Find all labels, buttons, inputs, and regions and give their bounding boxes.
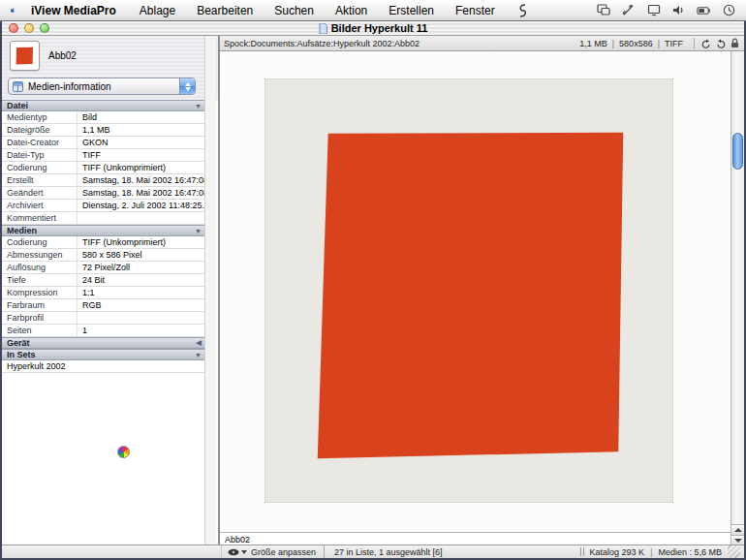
info-row-kommentiert: Kommentiert xyxy=(2,212,206,225)
menu-suchen[interactable]: Suchen xyxy=(264,0,325,21)
info-row-medientyp: MedientypBild xyxy=(2,111,206,124)
image-viewer[interactable] xyxy=(220,51,730,532)
disclosure-down-icon: ▼ xyxy=(195,352,202,358)
info-row-codierung: CodierungTIFF (Unkomprimiert) xyxy=(2,162,206,174)
info-row-farbprofil: Farbprofil xyxy=(2,312,206,325)
section-header-geraet[interactable]: Gerät ◀ xyxy=(2,337,206,349)
info-panel-icon xyxy=(13,81,23,92)
script-menu[interactable] xyxy=(506,0,539,21)
scroll-up-button[interactable] xyxy=(731,524,744,535)
info-row-dateigroesse: Dateigröße1,1 MB xyxy=(2,124,206,137)
file-size: 1,1 MB xyxy=(579,39,607,48)
status-bar-left-pad xyxy=(2,545,222,558)
disclosure-down-icon: ▼ xyxy=(195,103,202,109)
thumbnail-artwork xyxy=(15,46,35,66)
view-eye-icon xyxy=(228,548,239,556)
iview-window: Bilder Hyperkult 11 Abb02 Med xyxy=(0,21,746,560)
info-row-datei-typ: Datei-TypTIFF xyxy=(2,149,206,162)
popup-arrows-icon xyxy=(179,78,195,94)
section-header-datei[interactable]: Datei ▼ xyxy=(2,100,206,111)
apple-icon xyxy=(11,3,15,17)
file-dimensions: 580x586 xyxy=(619,39,653,48)
media-thumbnail[interactable] xyxy=(10,41,40,71)
info-row-codierung-medien: CodierungTIFF (Unkomprimiert) xyxy=(2,236,206,249)
pane-divider-icon xyxy=(580,547,584,556)
info-row-archiviert: ArchiviertDienstag, 2. Juli 2002 11:48:2… xyxy=(2,200,206,212)
info-row-seiten: Seiten1 xyxy=(2,325,206,337)
info-row-kompression: Kompression1:1 xyxy=(2,287,206,299)
status-bar: Größe anpassen 27 in Liste, 1 ausgewählt… xyxy=(2,544,744,558)
menu-fenster[interactable]: Fenster xyxy=(445,0,506,21)
disclosure-down-icon: ▼ xyxy=(195,228,202,234)
artwork-red-square xyxy=(265,79,672,502)
menu-bar-status-area xyxy=(596,3,746,17)
file-format: TIFF xyxy=(665,39,683,48)
displays-icon[interactable] xyxy=(596,3,610,17)
phone-icon[interactable] xyxy=(621,3,636,17)
monitor-icon[interactable] xyxy=(646,3,661,17)
info-row-tiefe: Tiefe24 Bit xyxy=(2,274,206,287)
in-sets-item[interactable]: Hyperkult 2002 xyxy=(2,360,206,373)
panel-selector-label: Medien-information xyxy=(28,81,111,92)
info-row-erstellt: ErstelltSamstag, 18. Mai 2002 16:47:08..… xyxy=(2,174,206,187)
resize-grip[interactable] xyxy=(728,545,740,558)
scrollbar-thumb[interactable] xyxy=(732,133,743,170)
apple-menu[interactable] xyxy=(0,0,25,21)
path-bar: Spock:Documents:Aufsätze:Hyperkult 2002:… xyxy=(220,36,744,51)
media-info-table: Datei ▼ MedientypBild Dateigröße1,1 MB D… xyxy=(2,100,206,373)
menu-app-name[interactable]: iView MediaPro xyxy=(25,0,129,21)
info-row-farbraum: FarbraumRGB xyxy=(2,299,206,312)
disclosure-collapsed-icon: ◀ xyxy=(197,339,202,347)
info-row-aufloesung: Auflösung72 Pixel/Zoll xyxy=(2,262,206,274)
menu-ablage[interactable]: Ablage xyxy=(129,0,186,21)
rotate-left-icon[interactable] xyxy=(700,38,711,48)
list-selection-info: 27 in Liste, 1 ausgewählt [6] xyxy=(325,547,452,557)
file-path: Spock:Documents:Aufsätze:Hyperkult 2002:… xyxy=(224,39,420,48)
window-title-bar[interactable]: Bilder Hyperkult 11 xyxy=(2,21,744,36)
minimize-button[interactable] xyxy=(24,23,34,33)
image-caption: Abb02 xyxy=(225,535,250,544)
info-row-datei-creator: Datei-CreatorGKON xyxy=(2,137,206,149)
info-row-geaendert: GeändertSamstag, 18. Mai 2002 16:47:08..… xyxy=(2,187,206,200)
media-size: Medien : 5,6 MB xyxy=(658,547,722,557)
menu-erstellen[interactable]: Erstellen xyxy=(378,0,445,21)
panel-selector-popup[interactable]: Medien-information xyxy=(8,78,196,95)
menu-aktion[interactable]: Aktion xyxy=(325,0,378,21)
window-title: Bilder Hyperkult 11 xyxy=(331,22,428,34)
menu-bearbeiten[interactable]: Bearbeiten xyxy=(186,0,264,21)
zoom-mode-label: Größe anpassen xyxy=(251,547,316,557)
clock-icon[interactable] xyxy=(722,3,736,17)
section-header-in-sets[interactable]: In Sets ▼ xyxy=(2,349,206,360)
battery-icon[interactable] xyxy=(697,3,711,17)
section-header-medien[interactable]: Medien ▼ xyxy=(2,225,206,236)
info-sidebar: Abb02 Medien-information Datei ▼ xyxy=(2,36,220,546)
info-row-abmessungen: Abmessungen580 x 586 Pixel xyxy=(2,249,206,262)
sidebar-header: Abb02 Medien-information xyxy=(2,36,218,100)
catalog-size: Katalog 293 K xyxy=(590,547,645,557)
thumbnail-label: Abb02 xyxy=(48,50,77,61)
zoom-mode-button[interactable]: Größe anpassen xyxy=(222,545,325,558)
scanned-page xyxy=(264,78,673,503)
rotate-right-icon[interactable] xyxy=(715,38,726,48)
chevron-down-icon xyxy=(241,550,247,554)
document-icon xyxy=(319,23,327,34)
close-button[interactable] xyxy=(9,23,18,33)
lock-icon[interactable] xyxy=(730,38,740,48)
zoom-button[interactable] xyxy=(40,23,49,33)
speaker-icon[interactable] xyxy=(671,3,686,17)
sidebar-scrollbar[interactable] xyxy=(204,36,216,546)
vertical-scrollbar[interactable] xyxy=(730,51,744,545)
media-view: Spock:Documents:Aufsätze:Hyperkult 2002:… xyxy=(220,36,744,546)
menu-bar: iView MediaPro Ablage Bearbeiten Suchen … xyxy=(0,0,746,21)
color-wheel-icon xyxy=(117,446,130,458)
script-icon xyxy=(516,4,528,17)
